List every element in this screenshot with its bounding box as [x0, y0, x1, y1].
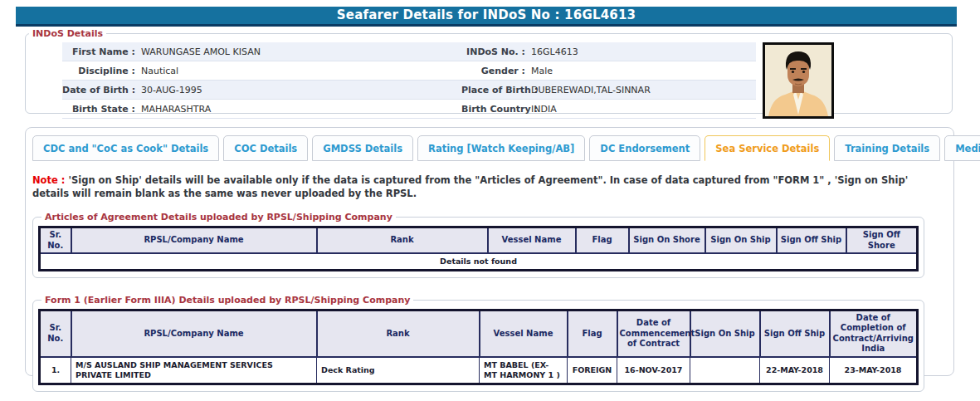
date-of-birth-label: Date of Birth : [62, 85, 141, 95]
tab-training-details[interactable]: Training Details [834, 135, 940, 161]
place-of-birth-value: DUBEREWADI,TAL-SINNAR [531, 85, 750, 95]
details-not-found-message: Details not found [40, 253, 918, 270]
birth-state-label: Birth State : [62, 104, 141, 115]
empty-row: Details not found [40, 253, 918, 270]
tab-dc-endorsement[interactable]: DC Endorsement [589, 135, 700, 161]
col-sign-on-ship: Sign On Ship [690, 310, 760, 357]
col-vessel-name: Vessel Name [488, 227, 576, 254]
birth-state-value: MAHARASHTRA [141, 104, 461, 115]
table-header-row: Sr. No. RPSL/Company Name Rank Vessel Na… [40, 310, 918, 357]
detail-row-first-name: First Name : WARUNGASE AMOL KISAN INDoS … [62, 42, 756, 61]
form1-panel: Form 1 (Earlier Form IIIA) Details uploa… [32, 295, 924, 392]
first-name-value: WARUNGASE AMOL KISAN [141, 46, 461, 57]
articles-of-agreement-legend: Articles of Agreement Details uploaded b… [41, 212, 396, 223]
birth-country-label: Birth Country : [461, 104, 531, 115]
col-flag: Flag [568, 310, 617, 357]
tab-sea-service-details[interactable]: Sea Service Details [705, 135, 830, 161]
col-rank: Rank [317, 310, 480, 357]
first-name-label: First Name : [62, 46, 141, 57]
tab-medical-fitness-certificate[interactable]: Medical Fitness Certificate [944, 135, 980, 161]
indos-details-legend: INDoS Details [29, 28, 106, 39]
seafarer-photo [763, 42, 834, 119]
indos-no-value: 16GL4613 [531, 46, 750, 57]
col-flag: Flag [576, 227, 629, 254]
birth-country-value: INDIA [531, 104, 750, 115]
col-sign-off-ship: Sign Off Ship [777, 227, 846, 254]
tab-content-panel: CDC and "CoC as Cook" Details COC Detail… [25, 127, 954, 376]
cell-sign-on-ship [690, 357, 760, 384]
col-sign-on-ship: Sign On Ship [705, 227, 777, 254]
col-sign-off-ship: Sign Off Ship [760, 310, 830, 357]
tab-gmdss-details[interactable]: GMDSS Details [312, 135, 413, 161]
col-vessel-name: Vessel Name [480, 310, 568, 357]
cell-sign-off-ship: 22-MAY-2018 [760, 357, 830, 384]
indos-details-panel: INDoS Details First Name : WARUNGASE AMO… [25, 28, 953, 114]
articles-of-agreement-panel: Articles of Agreement Details uploaded b… [32, 212, 924, 278]
col-sign-off-shore: Sign Off Shore [846, 227, 918, 254]
cell-completion-date: 23-MAY-2018 [830, 357, 918, 384]
table-header-row: Sr. No. RPSL/Company Name Rank Vessel Na… [40, 227, 918, 254]
detail-row-birth-state: Birth State : MAHARASHTRA Birth Country … [62, 100, 756, 119]
note-text: 'Sign on Ship' details will be available… [32, 174, 908, 199]
note-label: Note : [32, 174, 65, 186]
col-sr-no: Sr. No. [40, 227, 71, 254]
col-sign-on-shore: Sign On Shore [629, 227, 705, 254]
col-date-of-commencement: Date of Commencement of Contract [617, 310, 690, 357]
gender-value: Male [531, 66, 750, 76]
col-rpsl-company-name: RPSL/Company Name [71, 227, 317, 254]
indos-no-label: INDoS No. : [461, 46, 531, 57]
gender-label: Gender : [461, 66, 531, 76]
col-date-of-completion: Date of Completion of Contract/Arriving … [830, 310, 918, 357]
form1-legend: Form 1 (Earlier Form IIIA) Details uploa… [41, 295, 413, 306]
discipline-value: Nautical [141, 66, 461, 76]
col-rpsl-company-name: RPSL/Company Name [71, 310, 317, 357]
cell-rank: Deck Rating [317, 357, 480, 384]
page-title: Seafarer Details for INDoS No : 16GL4613 [16, 7, 957, 27]
discipline-label: Discipline : [62, 66, 141, 76]
tab-coc-details[interactable]: COC Details [223, 135, 308, 161]
detail-row-date-of-birth: Date of Birth : 30-AUG-1995 Place of Bir… [62, 81, 756, 100]
cell-vessel: MT BABEL (EX- MT HARMONY 1 ) [480, 357, 568, 384]
cell-sr-no: 1. [40, 357, 71, 384]
tab-rating-watch-keeping-ab[interactable]: Rating [Watch Keeping/AB] [417, 135, 585, 161]
col-sr-no: Sr. No. [40, 310, 71, 357]
cell-flag: FOREIGN [568, 357, 617, 384]
tab-bar: CDC and "CoC as Cook" Details COC Detail… [26, 128, 953, 161]
cell-commencement-date: 16-NOV-2017 [617, 357, 690, 384]
date-of-birth-value: 30-AUG-1995 [141, 85, 461, 95]
place-of-birth-label: Place of Birth : [461, 85, 531, 95]
detail-row-discipline: Discipline : Nautical Gender : Male [62, 61, 756, 81]
articles-of-agreement-table: Sr. No. RPSL/Company Name Rank Vessel Na… [38, 226, 919, 271]
sign-on-ship-note: Note : 'Sign on Ship' details will be av… [32, 174, 941, 200]
cell-company: M/S AUSLAND SHIP MANAGEMENT SERVICES PRI… [71, 357, 317, 384]
form1-table: Sr. No. RPSL/Company Name Rank Vessel Na… [38, 309, 919, 385]
table-row: 1. M/S AUSLAND SHIP MANAGEMENT SERVICES … [40, 357, 918, 384]
col-rank: Rank [317, 227, 488, 254]
tab-cdc-coc-as-cook-details[interactable]: CDC and "CoC as Cook" Details [32, 135, 219, 161]
indos-details-rows: First Name : WARUNGASE AMOL KISAN INDoS … [62, 42, 756, 119]
